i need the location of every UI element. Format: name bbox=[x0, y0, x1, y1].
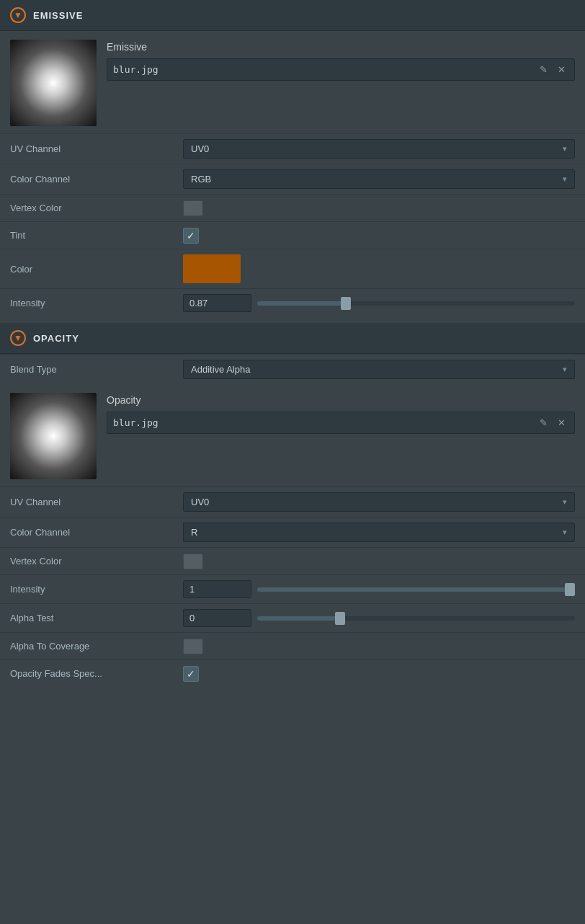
opacity-intensity-value bbox=[183, 580, 575, 598]
opacity-thumbnail-image bbox=[10, 393, 97, 479]
opacity-texture-label: Opacity bbox=[107, 393, 575, 406]
emissive-color-row: Color bbox=[0, 249, 585, 288]
emissive-vertex-color-label: Vertex Color bbox=[10, 203, 183, 213]
opacity-uv-arrow-icon: ▾ bbox=[563, 497, 567, 507]
opacity-alpha-test-value bbox=[183, 609, 575, 627]
opacity-uv-channel-row: UV Channel UV0 ▾ bbox=[0, 487, 585, 517]
emissive-uv-arrow-icon: ▾ bbox=[563, 144, 567, 154]
opacity-alpha-test-slider-thumb[interactable] bbox=[335, 612, 345, 625]
opacity-color-channel-row: Color Channel R ▾ bbox=[0, 517, 585, 547]
emissive-intensity-slider-fill bbox=[257, 301, 346, 306]
opacity-color-channel-arrow-icon: ▾ bbox=[563, 528, 567, 537]
emissive-color-channel-value: RGB ▾ bbox=[183, 169, 575, 189]
opacity-alpha-to-coverage-value bbox=[183, 639, 575, 654]
emissive-intensity-value bbox=[183, 294, 575, 312]
opacity-vertex-color-value bbox=[183, 554, 575, 569]
emissive-filename: blur.jpg bbox=[113, 64, 532, 75]
opacity-blend-type-value: Additive Alpha ▾ bbox=[183, 360, 575, 379]
opacity-fades-spec-checkbox[interactable]: ✓ bbox=[183, 666, 199, 682]
opacity-blend-type-label: Blend Type bbox=[10, 364, 183, 375]
opacity-alpha-to-coverage-swatch[interactable] bbox=[183, 639, 203, 654]
opacity-edit-button[interactable]: ✎ bbox=[537, 416, 550, 430]
emissive-texture-label: Emissive bbox=[107, 40, 575, 53]
emissive-thumbnail-image bbox=[10, 40, 97, 126]
emissive-color-value bbox=[183, 254, 575, 283]
emissive-tint-value: ✓ bbox=[183, 228, 575, 244]
opacity-color-channel-value: R ▾ bbox=[183, 523, 575, 542]
emissive-uv-channel-row: UV Channel UV0 ▾ bbox=[0, 133, 585, 164]
emissive-vertex-color-value bbox=[183, 200, 575, 216]
opacity-color-channel-dropdown[interactable]: R ▾ bbox=[183, 523, 575, 542]
emissive-file-row: blur.jpg ✎ ✕ bbox=[107, 58, 575, 81]
opacity-intensity-input[interactable] bbox=[183, 580, 251, 598]
emissive-intensity-label: Intensity bbox=[10, 298, 183, 308]
opacity-vertex-color-row: Vertex Color bbox=[0, 547, 585, 574]
opacity-vertex-color-swatch[interactable] bbox=[183, 554, 203, 569]
emissive-remove-button[interactable]: ✕ bbox=[555, 63, 568, 76]
opacity-title: OPACITY bbox=[33, 333, 79, 344]
opacity-thumbnail bbox=[10, 393, 97, 479]
opacity-section-header[interactable]: ▼ OPACITY bbox=[0, 323, 585, 354]
emissive-intensity-input[interactable] bbox=[183, 294, 251, 312]
opacity-alpha-test-label: Alpha Test bbox=[10, 613, 183, 623]
emissive-color-swatch[interactable] bbox=[183, 254, 241, 283]
emissive-section-body: Emissive blur.jpg ✎ ✕ UV Channel UV0 ▾ C… bbox=[0, 31, 585, 317]
opacity-color-channel-label: Color Channel bbox=[10, 527, 183, 538]
emissive-color-channel-dropdown[interactable]: RGB ▾ bbox=[183, 169, 575, 189]
emissive-color-swatch-fill bbox=[183, 254, 241, 283]
opacity-intensity-label: Intensity bbox=[10, 584, 183, 595]
emissive-title: EMISSIVE bbox=[33, 10, 83, 21]
emissive-section-header[interactable]: ▼ EMISSIVE bbox=[0, 0, 585, 31]
opacity-intensity-row: Intensity bbox=[0, 574, 585, 603]
emissive-vertex-color-row: Vertex Color bbox=[0, 194, 585, 221]
opacity-alpha-test-slider-fill bbox=[257, 616, 340, 621]
emissive-tint-label: Tint bbox=[10, 230, 183, 241]
opacity-file-row: blur.jpg ✎ ✕ bbox=[107, 412, 575, 434]
opacity-alpha-to-coverage-label: Alpha To Coverage bbox=[10, 641, 183, 652]
opacity-blend-type-dropdown[interactable]: Additive Alpha ▾ bbox=[183, 360, 575, 379]
emissive-collapse-icon[interactable]: ▼ bbox=[10, 7, 26, 23]
opacity-fades-spec-row: Opacity Fades Spec... ✓ bbox=[0, 659, 585, 687]
emissive-color-channel-arrow-icon: ▾ bbox=[563, 174, 567, 184]
emissive-color-channel-row: Color Channel RGB ▾ bbox=[0, 164, 585, 194]
opacity-filename: blur.jpg bbox=[113, 417, 532, 428]
opacity-texture-row: Opacity blur.jpg ✎ ✕ bbox=[0, 384, 585, 487]
opacity-section-body: Blend Type Additive Alpha ▾ Opacity blur… bbox=[0, 354, 585, 687]
opacity-blend-type-row: Blend Type Additive Alpha ▾ bbox=[0, 354, 585, 384]
opacity-intensity-slider-thumb[interactable] bbox=[565, 583, 575, 596]
opacity-alpha-test-row: Alpha Test bbox=[0, 603, 585, 632]
emissive-uv-channel-dropdown[interactable]: UV0 ▾ bbox=[183, 139, 575, 159]
opacity-vertex-color-label: Vertex Color bbox=[10, 556, 183, 567]
emissive-uv-channel-value: UV0 ▾ bbox=[183, 139, 575, 159]
opacity-uv-channel-value: UV0 ▾ bbox=[183, 492, 575, 512]
emissive-thumbnail bbox=[10, 40, 97, 126]
opacity-fades-spec-value: ✓ bbox=[183, 666, 575, 682]
opacity-uv-channel-dropdown[interactable]: UV0 ▾ bbox=[183, 492, 575, 512]
opacity-alpha-to-coverage-row: Alpha To Coverage bbox=[0, 632, 585, 659]
emissive-vertex-color-swatch[interactable] bbox=[183, 200, 203, 216]
opacity-alpha-test-input[interactable] bbox=[183, 609, 251, 627]
emissive-tint-row: Tint ✓ bbox=[0, 221, 585, 249]
emissive-intensity-slider-thumb[interactable] bbox=[341, 297, 351, 310]
opacity-alpha-test-slider-track[interactable] bbox=[257, 616, 575, 621]
emissive-color-label: Color bbox=[10, 264, 183, 275]
opacity-blend-arrow-icon: ▾ bbox=[563, 365, 567, 374]
emissive-intensity-row: Intensity bbox=[0, 288, 585, 317]
emissive-intensity-slider-track[interactable] bbox=[257, 301, 575, 306]
opacity-intensity-slider-track[interactable] bbox=[257, 587, 575, 592]
emissive-color-channel-label: Color Channel bbox=[10, 174, 183, 185]
emissive-edit-button[interactable]: ✎ bbox=[537, 63, 550, 76]
emissive-uv-channel-label: UV Channel bbox=[10, 143, 183, 154]
emissive-texture-info: Emissive blur.jpg ✎ ✕ bbox=[107, 40, 575, 81]
opacity-collapse-icon[interactable]: ▼ bbox=[10, 330, 26, 346]
opacity-remove-button[interactable]: ✕ bbox=[555, 416, 568, 430]
emissive-texture-row: Emissive blur.jpg ✎ ✕ bbox=[0, 31, 585, 133]
emissive-tint-checkbox[interactable]: ✓ bbox=[183, 228, 199, 244]
opacity-texture-info: Opacity blur.jpg ✎ ✕ bbox=[107, 393, 575, 434]
opacity-uv-channel-label: UV Channel bbox=[10, 497, 183, 507]
opacity-intensity-slider-fill bbox=[257, 587, 575, 592]
opacity-fades-spec-label: Opacity Fades Spec... bbox=[10, 668, 183, 679]
